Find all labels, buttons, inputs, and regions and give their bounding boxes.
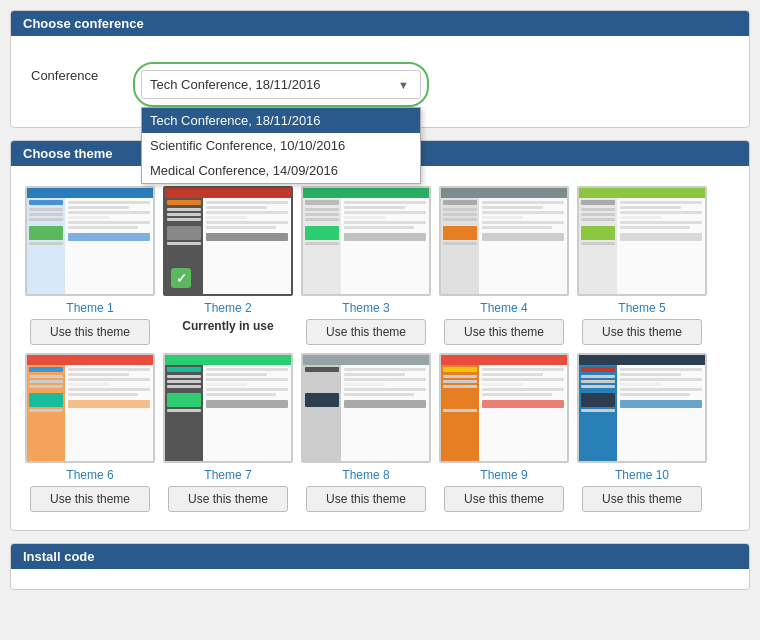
- conference-select[interactable]: Tech Conference, 18/11/2016 Scientific C…: [141, 70, 421, 99]
- use-theme-button-8[interactable]: Use this theme: [306, 486, 426, 512]
- theme-name-6: Theme 6: [66, 468, 113, 482]
- theme-item-10: Theme 10Use this theme: [577, 353, 707, 512]
- active-checkmark: ✓: [171, 268, 191, 288]
- theme-name-8: Theme 8: [342, 468, 389, 482]
- theme-item-3: Theme 3Use this theme: [301, 186, 431, 345]
- theme-preview-8[interactable]: [301, 353, 431, 463]
- theme-name-2: Theme 2: [204, 301, 251, 315]
- theme-name-9: Theme 9: [480, 468, 527, 482]
- use-theme-button-1[interactable]: Use this theme: [30, 319, 150, 345]
- theme-item-6: Theme 6Use this theme: [25, 353, 155, 512]
- theme-preview-1[interactable]: [25, 186, 155, 296]
- conference-dropdown-wrapper: Tech Conference, 18/11/2016 Scientific C…: [133, 62, 429, 107]
- conference-label: Conference: [31, 62, 121, 83]
- theme-name-3: Theme 3: [342, 301, 389, 315]
- theme-preview-3[interactable]: [301, 186, 431, 296]
- dropdown-option-3[interactable]: Medical Conference, 14/09/2016: [142, 158, 420, 183]
- conference-section-header: Choose conference: [11, 11, 749, 36]
- dropdown-option-2[interactable]: Scientific Conference, 10/10/2016: [142, 133, 420, 158]
- theme-item-8: Theme 8Use this theme: [301, 353, 431, 512]
- theme-in-use-label-2: Currently in use: [182, 319, 273, 333]
- theme-preview-2[interactable]: ✓: [163, 186, 293, 296]
- use-theme-button-4[interactable]: Use this theme: [444, 319, 564, 345]
- theme-section: Choose theme: [10, 140, 750, 531]
- conference-dropdown-menu: Tech Conference, 18/11/2016 Scientific C…: [141, 107, 421, 184]
- theme-item-4: Theme 4Use this theme: [439, 186, 569, 345]
- theme-item-1: Theme 1Use this theme: [25, 186, 155, 345]
- use-theme-button-7[interactable]: Use this theme: [168, 486, 288, 512]
- theme-preview-6[interactable]: [25, 353, 155, 463]
- theme-item-7: Theme 7Use this theme: [163, 353, 293, 512]
- theme-name-10: Theme 10: [615, 468, 669, 482]
- use-theme-button-5[interactable]: Use this theme: [582, 319, 702, 345]
- theme-item-9: Theme 9Use this theme: [439, 353, 569, 512]
- theme-preview-7[interactable]: [163, 353, 293, 463]
- theme-name-1: Theme 1: [66, 301, 113, 315]
- theme-name-5: Theme 5: [618, 301, 665, 315]
- conference-section: Choose conference Conference Tech Confer…: [10, 10, 750, 128]
- conference-row: Conference Tech Conference, 18/11/2016 S…: [25, 52, 735, 113]
- use-theme-button-6[interactable]: Use this theme: [30, 486, 150, 512]
- dropdown-option-1[interactable]: Tech Conference, 18/11/2016: [142, 108, 420, 133]
- theme-preview-5[interactable]: [577, 186, 707, 296]
- theme-preview-10[interactable]: [577, 353, 707, 463]
- install-section-header: Install code: [11, 544, 749, 569]
- use-theme-button-9[interactable]: Use this theme: [444, 486, 564, 512]
- theme-preview-4[interactable]: [439, 186, 569, 296]
- theme-item-2: ✓ Theme 2Currently in use: [163, 186, 293, 345]
- install-section: Install code: [10, 543, 750, 590]
- use-theme-button-3[interactable]: Use this theme: [306, 319, 426, 345]
- use-theme-button-10[interactable]: Use this theme: [582, 486, 702, 512]
- theme-name-4: Theme 4: [480, 301, 527, 315]
- theme-name-7: Theme 7: [204, 468, 251, 482]
- themes-grid: Theme 1Use this theme: [25, 182, 735, 516]
- theme-item-5: Theme 5Use this theme: [577, 186, 707, 345]
- theme-preview-9[interactable]: [439, 353, 569, 463]
